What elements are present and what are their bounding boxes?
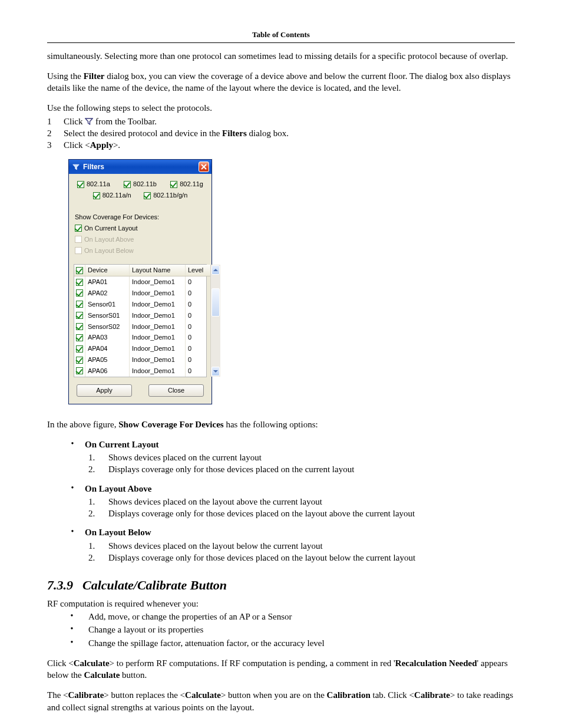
section-lead: RF computation is required whenever you: (47, 598, 515, 610)
table-row[interactable]: APA05Indoor_Demo10 (74, 354, 210, 365)
paragraph-filter-dialog: Using the Filter dialog box, you can vie… (47, 70, 515, 94)
checkbox-80211bgn[interactable]: 802.11b/g/n (144, 191, 187, 200)
checkbox-label: 802.11b/g/n (153, 191, 187, 200)
checkbox-icon (76, 357, 83, 364)
apply-button[interactable]: Apply (77, 384, 132, 397)
checkbox-icon (76, 345, 83, 353)
text: The < (47, 690, 68, 700)
page-number: 84 (507, 726, 515, 728)
col-level[interactable]: Level (186, 265, 210, 276)
text: In the above figure, (47, 420, 118, 429)
cell-level: 0 (186, 354, 210, 365)
row-checkbox[interactable] (74, 310, 85, 321)
text: dialog box. (247, 129, 289, 138)
text: Click < (64, 140, 90, 150)
row-checkbox[interactable] (74, 332, 85, 343)
text: dialog box, you can view the coverage of… (47, 71, 511, 93)
table-grid: Device Layout Name Level APA01Indoor_Dem… (74, 265, 210, 376)
row-checkbox[interactable] (74, 365, 85, 377)
term: Calculate (84, 670, 120, 680)
close-button[interactable] (199, 162, 209, 172)
table-row[interactable]: Sensor01Indoor_Demo10 (74, 299, 210, 310)
cell-device: SensorS01 (85, 310, 130, 321)
checkbox-icon (76, 279, 83, 286)
dialog-body: 802.11a 802.11b 802.11g 802.11a/n 802.11… (69, 174, 211, 403)
checkbox-label: 802.11b (133, 180, 157, 189)
checkbox-on-current-layout[interactable]: On Current Layout (75, 224, 207, 233)
checkbox-icon (77, 181, 84, 188)
table-row[interactable]: APA06Indoor_Demo10 (74, 365, 210, 377)
table-body: APA01Indoor_Demo10APA02Indoor_Demo10Sens… (74, 276, 210, 377)
table-row[interactable]: APA04Indoor_Demo10 (74, 343, 210, 354)
sub-number: 2. (85, 552, 108, 564)
table-row[interactable]: APA02Indoor_Demo10 (74, 288, 210, 299)
section-heading: 7.3.9Calculate/Calibrate Button (47, 577, 515, 594)
table-row[interactable]: SensorS01Indoor_Demo10 (74, 310, 210, 321)
checkbox-icon (124, 181, 131, 188)
rf-bullets: Add, move, or change the properties of a… (55, 611, 515, 649)
scroll-down-button[interactable] (211, 367, 220, 376)
text: > button when you are on the (221, 690, 327, 700)
steps-list: 1 Click from the Toolbar. 2 Select the d… (47, 116, 515, 151)
cell-layout: Indoor_Demo1 (130, 310, 186, 321)
checkbox-on-layout-below: On Layout Below (75, 246, 207, 255)
list-item: Change a layout or its properties (55, 624, 515, 635)
header-checkbox[interactable] (74, 265, 85, 276)
text: button. (120, 670, 147, 680)
sub-text: Shows devices placed on the layout below… (108, 540, 323, 552)
table-row[interactable]: APA03Indoor_Demo10 (74, 332, 210, 343)
term: Calibration (327, 690, 371, 700)
term: Calculate (74, 658, 110, 668)
row-checkbox[interactable] (74, 354, 85, 365)
col-layout-name[interactable]: Layout Name (130, 265, 186, 276)
row-checkbox[interactable] (74, 276, 85, 288)
protocol-row-2: 802.11a/n 802.11b/g/n (74, 189, 207, 200)
checkbox-icon (144, 192, 151, 199)
sub-text: Displays coverage only for those devices… (108, 552, 415, 564)
checkbox-80211a[interactable]: 802.11a (77, 180, 110, 189)
page-header-toc: Table of Contents (47, 29, 515, 43)
row-checkbox[interactable] (74, 321, 85, 332)
checkbox-label: 802.11g (180, 180, 203, 189)
text: Using the (47, 71, 84, 81)
coverage-options-list: On Current Layout1.Shows devices placed … (60, 439, 515, 568)
cell-layout: Indoor_Demo1 (130, 365, 186, 377)
sub-item: 2.Displays coverage only for those devic… (85, 463, 515, 475)
row-checkbox[interactable] (74, 288, 85, 299)
sub-number: 1. (85, 452, 108, 463)
table-row[interactable]: SensorS02Indoor_Demo10 (74, 321, 210, 332)
filter-icon (85, 118, 93, 125)
sub-number: 1. (85, 540, 108, 552)
cell-device: APA04 (85, 343, 130, 354)
row-checkbox[interactable] (74, 343, 85, 354)
cell-level: 0 (186, 299, 210, 310)
col-device[interactable]: Device (85, 265, 130, 276)
step-number: 3 (47, 139, 64, 151)
checkbox-label: On Current Layout (84, 224, 138, 233)
close-dialog-button[interactable]: Close (148, 384, 204, 397)
checkbox-80211b[interactable]: 802.11b (124, 180, 157, 189)
checkbox-80211g[interactable]: 802.11g (170, 180, 203, 189)
dialog-titlebar[interactable]: Filters (69, 160, 211, 174)
row-checkbox[interactable] (74, 299, 85, 310)
text: has the following options: (224, 420, 318, 429)
option-title: On Layout Below (85, 528, 151, 537)
checkbox-icon (76, 289, 83, 297)
vertical-scrollbar[interactable] (210, 265, 220, 376)
table-row[interactable]: APA01Indoor_Demo10 (74, 276, 210, 288)
sub-item: 1.Shows devices placed on the layout bel… (85, 540, 515, 552)
checkbox-80211an[interactable]: 802.11a/n (93, 191, 131, 200)
list-item: Change the spillage factor, attenuation … (55, 637, 515, 649)
cell-level: 0 (186, 365, 210, 377)
scroll-up-button[interactable] (211, 265, 220, 275)
paragraph-steps-lead: Use the following steps to select the pr… (47, 102, 515, 114)
step-text: Click <Apply>. (64, 139, 515, 151)
step-number: 2 (47, 127, 64, 139)
checkbox-icon (75, 247, 82, 254)
list-item: On Layout Below1.Shows devices placed on… (60, 526, 515, 568)
checkbox-on-layout-above: On Layout Above (75, 235, 207, 244)
cell-level: 0 (186, 343, 210, 354)
term-show-coverage: Show Coverage For Devices (118, 420, 223, 429)
table-header: Device Layout Name Level (74, 265, 210, 276)
scroll-thumb[interactable] (211, 288, 220, 317)
